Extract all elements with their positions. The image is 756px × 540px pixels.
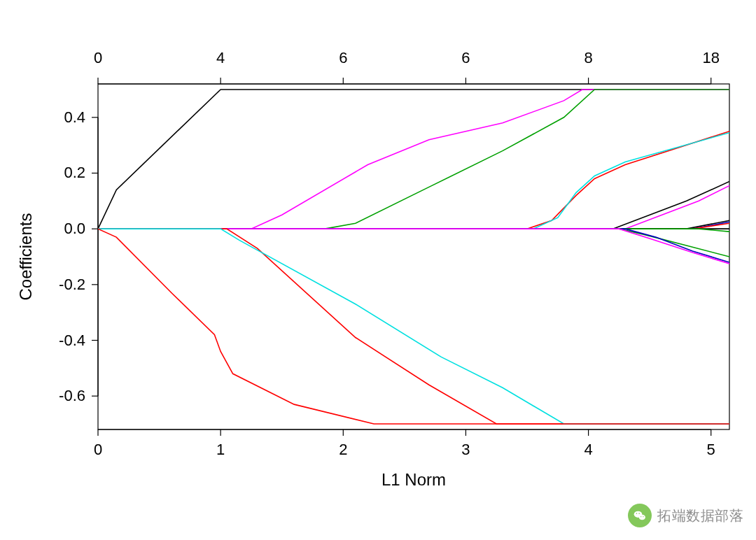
y-tick-label: 0.2 — [64, 164, 85, 181]
x-tick-label: 0 — [94, 441, 102, 458]
x-tick-label: 3 — [461, 441, 470, 458]
y-tick-label: -0.4 — [59, 332, 85, 349]
series-s13 — [98, 229, 729, 257]
y-tick-label: -0.6 — [59, 387, 85, 404]
y-tick-label: -0.2 — [59, 276, 85, 293]
top-tick-label: 6 — [339, 49, 347, 66]
series-s10 — [98, 223, 729, 229]
y-tick-label: 0.0 — [64, 220, 85, 237]
x-tick-label: 2 — [339, 441, 347, 458]
wechat-icon — [628, 504, 652, 527]
series-s17 — [98, 229, 729, 424]
plot-area — [98, 84, 729, 429]
top-tick-label: 6 — [461, 49, 470, 66]
x-tick-label: 4 — [584, 441, 592, 458]
svg-point-26 — [640, 516, 641, 517]
series-s15 — [98, 229, 729, 264]
top-tick-label: 18 — [702, 49, 719, 66]
svg-point-24 — [636, 513, 638, 514]
svg-point-23 — [639, 515, 645, 520]
series-s7 — [98, 185, 729, 229]
y-tick-label: 0.4 — [64, 108, 85, 126]
watermark-text: 拓端数据部落 — [657, 506, 743, 525]
y-axis-title: Coefficients — [16, 213, 35, 301]
series-s16 — [98, 229, 729, 424]
svg-point-27 — [643, 516, 643, 517]
x-tick-label: 5 — [707, 441, 715, 458]
lasso-coefficient-path-chart: 0123450466818-0.6-0.4-0.20.00.20.4L1 Nor… — [0, 0, 756, 540]
svg-point-25 — [638, 513, 640, 514]
x-tick-label: 1 — [216, 441, 225, 458]
series-s5 — [98, 133, 729, 229]
top-tick-label: 0 — [94, 49, 102, 66]
x-axis-title: L1 Norm — [382, 470, 446, 489]
top-tick-label: 8 — [584, 49, 592, 66]
series-s18 — [98, 229, 729, 424]
top-tick-label: 4 — [216, 49, 225, 66]
watermark: 拓端数据部落 — [628, 504, 743, 527]
series-s6 — [98, 181, 729, 229]
